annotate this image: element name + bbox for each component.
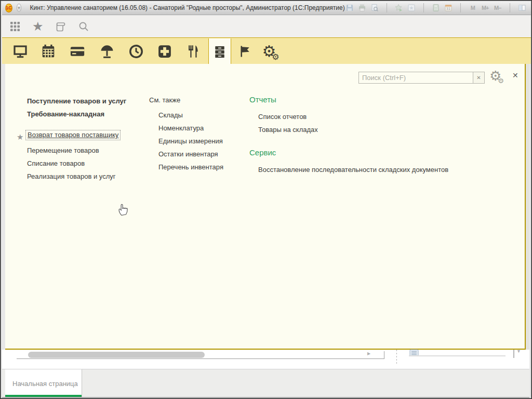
focused-link-label[interactable]: Возврат товаров поставщику <box>25 130 121 140</box>
service-gears-icon: ⚙⚙ <box>262 44 283 59</box>
menu-item-spisanie[interactable]: Списание товаров <box>27 159 85 167</box>
menu-item-tovary-na-skladah[interactable]: Товары на складах <box>258 126 318 134</box>
global-search-icon[interactable] <box>78 21 89 32</box>
medical-cross-icon <box>157 44 172 59</box>
calendar-icon <box>41 44 56 59</box>
quick-access-toolbar: ★ <box>2 16 532 37</box>
umbrella-icon <box>99 44 115 59</box>
calculator-icon[interactable] <box>431 3 441 12</box>
menu-item-edinicy[interactable]: Единицы измерения <box>158 137 223 145</box>
menu-item-sklady[interactable]: Склады <box>158 111 183 119</box>
section-tab-marketing[interactable] <box>231 38 258 64</box>
titlebar-separator <box>510 3 510 12</box>
sections-ribbon: ⚙⚙ <box>2 37 532 64</box>
calendar-titlebar-icon[interactable]: 31 <box>444 3 453 12</box>
background-workspace-strip: ◀ ▶ ▼ <box>2 350 529 369</box>
section-tab-inventory[interactable] <box>208 38 231 65</box>
favorite-star-icon[interactable]: ★ <box>17 132 23 142</box>
add-favorite-icon[interactable] <box>394 3 404 12</box>
inventory-cabinet-icon <box>212 44 227 60</box>
titlebar-separator <box>387 3 387 12</box>
svg-text:31: 31 <box>446 7 450 11</box>
print-icon[interactable] <box>357 3 367 12</box>
menu-item-nomenklatura[interactable]: Номенклатура <box>158 124 204 132</box>
memory-add-button[interactable]: M+ <box>481 3 490 12</box>
save-icon[interactable] <box>345 3 354 12</box>
horizontal-scrollbar[interactable] <box>17 351 384 359</box>
window-title: Кинт: Управление санаторием (16.05.08) -… <box>30 4 344 11</box>
see-also-header: См. также <box>149 96 180 104</box>
section-tab-settings[interactable]: ⚙⚙ <box>258 38 287 64</box>
tab-home-page[interactable]: Начальная страница <box>5 369 82 397</box>
favorites-icon[interactable]: ★ <box>32 19 44 34</box>
panel-settings-gear-icon[interactable]: ⚙⚙ <box>489 69 508 83</box>
section-tab-medical[interactable] <box>151 38 179 64</box>
flag-icon <box>237 44 252 59</box>
clock-icon <box>128 44 144 59</box>
section-tab-payments[interactable] <box>62 38 92 64</box>
1c-logo-icon: 1С <box>5 4 12 12</box>
desktop-icon <box>12 44 28 59</box>
background-divider <box>513 350 514 358</box>
memory-recall-button[interactable]: M <box>468 3 477 12</box>
food-icon <box>185 44 200 59</box>
titlebar-toolbar: 31 M M+ M– i ▼ – ✕ <box>345 3 532 12</box>
app-window: 1С ▼ Кинт: Управление санаторием (16.05.… <box>0 0 532 399</box>
functions-menu-icon[interactable] <box>9 21 21 32</box>
print-preview-icon[interactable] <box>370 3 379 12</box>
menu-item-trebovanie[interactable]: Требование-накладная <box>27 110 104 118</box>
menu-item-vosstanovlenie[interactable]: Восстановление последовательности складс… <box>258 166 448 174</box>
system-menu-button[interactable]: ▼ <box>17 4 22 12</box>
titlebar-separator <box>423 3 424 12</box>
scrollbar-thumb[interactable] <box>28 352 205 358</box>
pane-splitter[interactable] <box>396 350 397 365</box>
reports-header: Отчеты <box>249 95 276 104</box>
section-tab-food[interactable] <box>179 38 207 64</box>
menu-item-realizaciya[interactable]: Реализация товаров и услуг <box>27 172 116 180</box>
menu-item-peremeshchenie[interactable]: Перемещение товаров <box>27 147 99 154</box>
section-tab-desktop[interactable] <box>6 38 34 64</box>
menu-item-spisok-otchetov[interactable]: Список отчетов <box>258 113 307 121</box>
service-header: Сервис <box>249 148 276 157</box>
menu-item-ostatki[interactable]: Остатки инвентаря <box>158 150 218 158</box>
history-icon[interactable] <box>55 21 66 32</box>
favorites-list-icon[interactable] <box>407 3 416 12</box>
section-tab-resort[interactable] <box>92 38 122 64</box>
menu-item-postuplenie[interactable]: Поступление товаров и услуг <box>27 97 126 105</box>
section-menu-panel: ✕ ⚙⚙ ✕ Поступление товаров и услуг Требо… <box>5 64 526 350</box>
background-divider <box>409 355 506 356</box>
payment-card-icon <box>69 44 86 59</box>
background-dropdown-caret: ▼ <box>516 349 521 354</box>
titlebar-separator <box>460 3 461 12</box>
memory-subtract-button[interactable]: M– <box>493 3 502 12</box>
window-bottom-frame <box>2 397 529 399</box>
search-clear-button[interactable]: ✕ <box>473 72 485 84</box>
open-windows-tabbar: Начальная страница <box>2 369 529 397</box>
section-tab-calendar[interactable] <box>34 38 62 64</box>
search-input[interactable] <box>358 72 473 84</box>
section-tab-schedule[interactable] <box>122 38 151 64</box>
scrollbar-right-arrow[interactable]: ▶ <box>367 351 370 356</box>
split-window-icon[interactable] <box>517 3 527 12</box>
menu-item-vozvrat-focused[interactable]: Возврат товаров поставщику <box>25 131 121 139</box>
mouse-cursor-hand <box>117 202 130 217</box>
menu-item-perechen[interactable]: Перечень инвентаря <box>158 163 223 171</box>
panel-right-gap <box>526 64 529 350</box>
home-tab-label: Начальная страница <box>12 380 78 388</box>
panel-close-icon[interactable]: ✕ <box>512 71 518 79</box>
title-bar: 1С ▼ Кинт: Управление санаторием (16.05.… <box>2 1 532 15</box>
